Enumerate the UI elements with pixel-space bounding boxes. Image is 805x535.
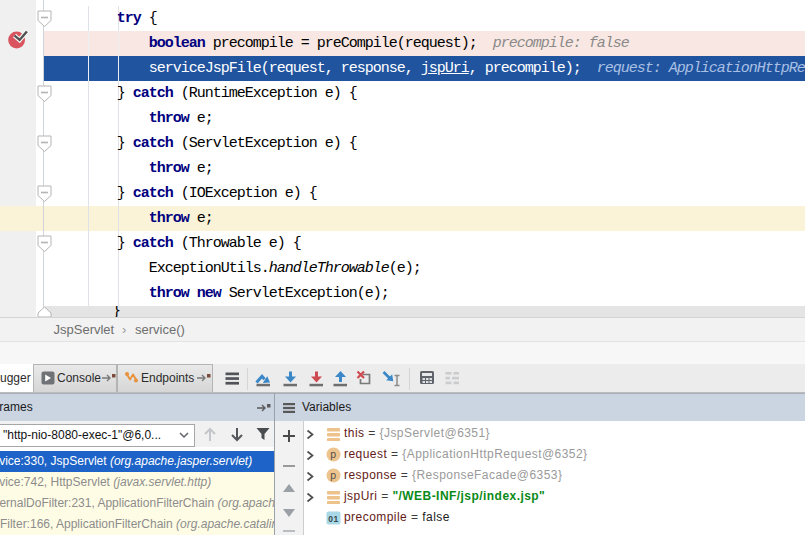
- svg-text:01: 01: [328, 514, 338, 524]
- svg-text:p: p: [330, 469, 336, 481]
- svg-text:p: p: [330, 448, 336, 460]
